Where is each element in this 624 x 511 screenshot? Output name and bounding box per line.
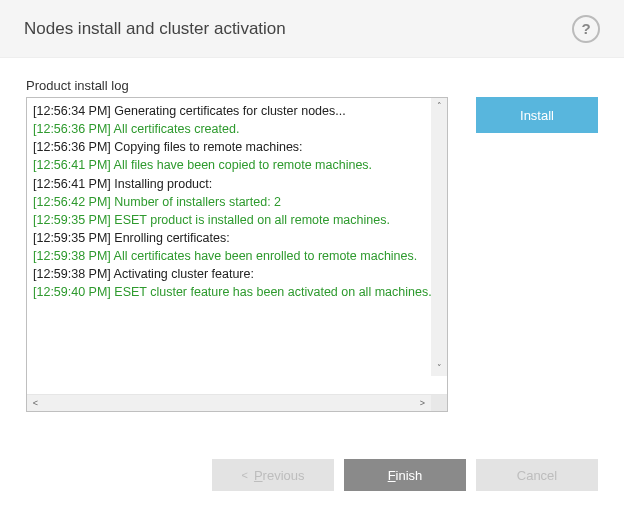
vertical-scrollbar[interactable]: ˄ ˅ xyxy=(431,98,447,376)
log-line: [12:56:36 PM] Copying files to remote ma… xyxy=(33,138,441,156)
wizard-header: Nodes install and cluster activation ? xyxy=(0,0,624,58)
wizard-title: Nodes install and cluster activation xyxy=(24,19,286,39)
cancel-button: Cancel xyxy=(476,459,598,491)
log-line: [12:56:36 PM] All certificates created. xyxy=(33,120,441,138)
horizontal-scrollbar[interactable]: < > xyxy=(27,394,447,411)
scroll-down-icon[interactable]: ˅ xyxy=(431,360,447,376)
log-line: [12:59:35 PM] ESET product is installed … xyxy=(33,211,441,229)
scroll-corner xyxy=(431,395,447,411)
log-line: [12:56:41 PM] Installing product: xyxy=(33,175,441,193)
finish-button[interactable]: Finish xyxy=(344,459,466,491)
previous-button: < Previous xyxy=(212,459,334,491)
log-line: [12:56:42 PM] Number of installers start… xyxy=(33,193,441,211)
scroll-up-icon[interactable]: ˄ xyxy=(431,98,447,114)
log-section-label: Product install log xyxy=(26,78,448,93)
install-button[interactable]: Install xyxy=(476,97,598,133)
chevron-left-icon: < xyxy=(241,469,247,481)
log-line: [12:59:38 PM] All certificates have been… xyxy=(33,247,441,265)
log-line: [12:59:40 PM] ESET cluster feature has b… xyxy=(33,283,441,301)
log-line: [12:56:34 PM] Generating certificates fo… xyxy=(33,102,441,120)
finish-button-label: Finish xyxy=(388,468,423,483)
install-log[interactable]: [12:56:34 PM] Generating certificates fo… xyxy=(27,98,447,394)
scroll-right-icon[interactable]: > xyxy=(414,395,431,412)
log-line: [12:56:41 PM] All files have been copied… xyxy=(33,156,441,174)
log-line: [12:59:38 PM] Activating cluster feature… xyxy=(33,265,441,283)
scroll-left-icon[interactable]: < xyxy=(27,395,44,412)
log-line: [12:59:35 PM] Enrolling certificates: xyxy=(33,229,441,247)
previous-button-label: Previous xyxy=(254,468,305,483)
wizard-footer: < Previous Finish Cancel xyxy=(0,459,624,491)
scroll-track[interactable] xyxy=(44,395,414,411)
cancel-button-label: Cancel xyxy=(517,468,557,483)
install-button-label: Install xyxy=(520,108,554,123)
help-icon: ? xyxy=(581,20,590,37)
help-button[interactable]: ? xyxy=(572,15,600,43)
install-log-box: [12:56:34 PM] Generating certificates fo… xyxy=(26,97,448,412)
